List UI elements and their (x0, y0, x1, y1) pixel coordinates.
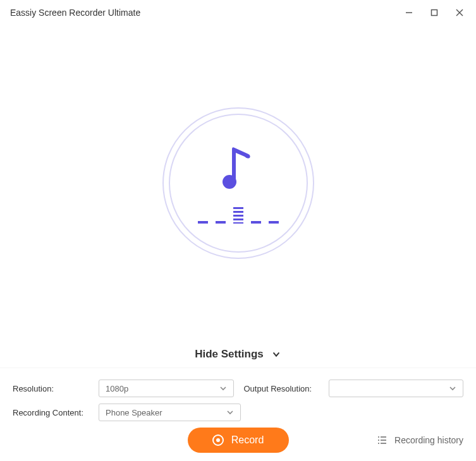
chevron-down-icon (271, 349, 281, 359)
record-label: Record (231, 434, 264, 446)
inner-ring (169, 114, 308, 253)
recording-content-value: Phone Speaker (106, 408, 162, 417)
chevron-down-icon (448, 383, 458, 393)
record-icon (212, 434, 224, 446)
svg-point-4 (223, 175, 236, 189)
maximize-button[interactable] (423, 3, 446, 23)
output-resolution-select[interactable] (329, 380, 464, 397)
history-list-icon (377, 434, 388, 446)
toggle-settings-button[interactable]: Hide Settings (0, 341, 476, 368)
resolution-label: Resolution: (13, 384, 88, 393)
window-controls (398, 3, 471, 23)
window-title: Eassiy Screen Recorder Ultimate (10, 8, 140, 18)
resolution-select[interactable]: 1080p (99, 380, 234, 397)
resolution-value: 1080p (106, 384, 128, 393)
main-visual-area (0, 25, 476, 341)
history-label: Recording history (394, 435, 463, 445)
svg-rect-1 (432, 10, 437, 16)
titlebar: Eassiy Screen Recorder Ultimate (0, 0, 476, 25)
chevron-down-icon (218, 383, 228, 393)
output-resolution-label: Output Resolution: (244, 384, 319, 393)
chevron-down-icon (225, 407, 235, 417)
recording-history-button[interactable]: Recording history (377, 434, 463, 446)
footer-bar: Record Recording history (0, 426, 476, 455)
outer-ring (162, 107, 314, 259)
minimize-button[interactable] (398, 3, 420, 23)
music-note-icon (219, 143, 257, 192)
equalizer-icon (198, 207, 279, 224)
recording-content-label: Recording Content: (13, 408, 88, 417)
close-button[interactable] (448, 3, 471, 23)
toggle-settings-label: Hide Settings (195, 348, 264, 361)
recording-content-select[interactable]: Phone Speaker (99, 404, 241, 421)
record-button[interactable]: Record (188, 428, 289, 453)
